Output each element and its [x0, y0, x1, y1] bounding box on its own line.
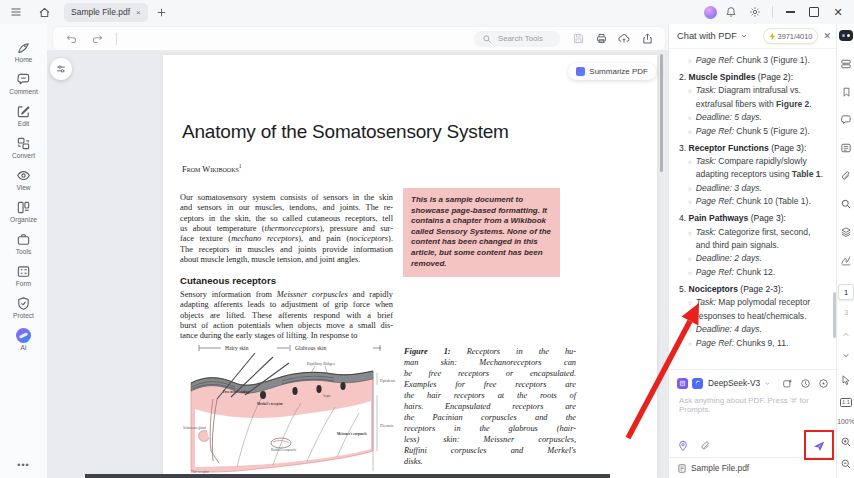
tab-close-icon[interactable]: ×: [136, 8, 141, 17]
settings-button[interactable]: [745, 3, 765, 21]
chat-task-bullet: ○Page Ref: Chunks 9, 11.: [679, 337, 827, 350]
new-chat-icon[interactable]: [782, 378, 793, 389]
save-button[interactable]: [568, 30, 588, 48]
sidebar-item-label: View: [16, 184, 30, 191]
search-tools-input[interactable]: [496, 33, 552, 44]
attachments-button[interactable]: [837, 170, 854, 182]
home-tab-button[interactable]: [34, 3, 54, 21]
sidebar-item-comment[interactable]: Comment: [3, 68, 45, 98]
chat-task-item: 4. Pain Pathways (Page 3):○Task: Categor…: [679, 212, 827, 279]
app-window: Sample File.pdf × ✕ Home Commen: [0, 0, 854, 478]
rocket-icon: [16, 40, 31, 55]
chevron-down-icon[interactable]: [740, 32, 748, 40]
search-icon: [482, 34, 492, 44]
comments-panel-button[interactable]: [837, 114, 854, 126]
sidebar-item-label: Protect: [13, 312, 34, 319]
signature-button[interactable]: [837, 254, 854, 266]
sidebar-item-form[interactable]: Form: [3, 260, 45, 290]
zoom-in-button[interactable]: [837, 436, 854, 448]
search-tools-box[interactable]: [474, 31, 560, 47]
credits-count: 3971/4010: [778, 32, 813, 41]
chat-mode-selector[interactable]: Chat with PDF: [677, 31, 737, 41]
notifications-button[interactable]: [721, 3, 741, 21]
figure-label-meissner: Meissner's corpuscle: [337, 432, 368, 436]
view-settings-button[interactable]: [50, 58, 72, 80]
summarize-pdf-label: Summarize PDF: [589, 67, 648, 76]
pointer-tool-button[interactable]: [837, 374, 854, 386]
ai-sparkle-icon: [16, 328, 31, 343]
send-plane-icon: [812, 439, 826, 453]
summary-mode-icon[interactable]: [677, 378, 688, 389]
new-tab-button[interactable]: [152, 3, 172, 21]
organize-pages-icon: [16, 200, 31, 215]
doc-paragraph-1: Our somatosensory system consists of sen…: [180, 193, 393, 265]
main-menu-button[interactable]: [6, 3, 26, 21]
chat-input[interactable]: [677, 394, 833, 428]
doc-title: Anatomy of the Somatosensory System: [182, 121, 509, 143]
chat-task-bullet: ○Task: Diagram intrafusal vs. extrafusal…: [679, 84, 827, 111]
user-avatar[interactable]: [704, 6, 717, 19]
document-scrollbar[interactable]: [660, 54, 663, 172]
figure-label-hairy-skin: Hairy skin: [225, 345, 249, 351]
focus-target-icon[interactable]: [818, 378, 829, 389]
close-button[interactable]: ✕: [828, 3, 848, 21]
form-fields-button[interactable]: [837, 142, 854, 154]
redo-button[interactable]: [87, 30, 107, 48]
figure-label-glabrous-skin: Glabrous skin: [295, 345, 326, 351]
sidebar-item-edit[interactable]: Edit: [3, 100, 45, 130]
deepseek-logo-icon[interactable]: [692, 378, 703, 389]
minimize-button[interactable]: [780, 3, 800, 21]
layers-button[interactable]: [837, 226, 854, 238]
search-panel-button[interactable]: [837, 198, 854, 210]
bookmarks-button[interactable]: [837, 86, 854, 98]
actual-size-button[interactable]: 1:1: [837, 398, 854, 407]
attachment-icon[interactable]: [699, 440, 712, 452]
signature-pen-icon: [840, 254, 852, 266]
send-button[interactable]: [809, 436, 829, 456]
page-number-box[interactable]: 1: [837, 284, 854, 300]
cursor-pointer-icon: [840, 374, 852, 386]
save-icon: [572, 32, 585, 45]
credits-badge[interactable]: 3971/4010: [763, 28, 819, 44]
share-button[interactable]: [637, 30, 657, 48]
sidebar-more-button[interactable]: •••: [17, 460, 29, 470]
print-button[interactable]: [591, 30, 611, 48]
document-tab[interactable]: Sample File.pdf ×: [64, 3, 148, 22]
chat-close-icon[interactable]: ✕: [823, 31, 831, 41]
sidebar-item-view[interactable]: View: [3, 164, 45, 194]
sidebar-item-ai[interactable]: AI: [3, 324, 45, 354]
bell-icon: [725, 6, 737, 18]
doc-section-heading: Cutaneous receptors: [180, 275, 276, 286]
previous-page-button[interactable]: [837, 330, 854, 339]
context-file-bar[interactable]: Sample File.pdf: [669, 457, 837, 478]
undo-button[interactable]: [61, 30, 81, 48]
next-page-button[interactable]: [837, 351, 854, 360]
form-list-icon: [840, 142, 852, 154]
history-clock-icon[interactable]: [800, 378, 811, 389]
taskbar-edge: [85, 474, 610, 478]
chevron-down-icon: [841, 351, 851, 360]
chevron-up-icon: [841, 330, 851, 339]
chat-task-bullet: ○Deadline: 5 days.: [679, 111, 827, 124]
maximize-button[interactable]: [804, 3, 824, 21]
summarize-pdf-button[interactable]: Summarize PDF: [568, 63, 656, 80]
hamburger-icon: [10, 6, 22, 18]
sidebar-item-convert[interactable]: Convert: [3, 132, 45, 162]
doc-paragraph-2: Sensory information from Meissner corpus…: [180, 290, 393, 342]
model-selector[interactable]: DeepSeek-V3: [708, 378, 760, 388]
sidebar-item-home[interactable]: Home: [3, 36, 45, 66]
sidebar-item-tools[interactable]: Tools: [3, 228, 45, 258]
zoom-level-label[interactable]: 100%: [837, 418, 854, 425]
cloud-upload-button[interactable]: [614, 30, 634, 48]
stacked-panels-icon: [840, 58, 852, 70]
chat-with-pdf-panel: Chat with PDF 3971/4010 ✕ ○Page Ref: Chu…: [668, 24, 837, 478]
chevron-down-icon[interactable]: [764, 380, 771, 387]
sidebar-item-organize[interactable]: Organize: [3, 196, 45, 226]
location-pin-icon[interactable]: [677, 440, 689, 452]
zoom-out-button[interactable]: [837, 458, 854, 470]
panel-layout-button[interactable]: [837, 58, 854, 70]
printer-icon: [595, 32, 608, 45]
chat-task-item: 5. Nociceptors (Page 2-3):○Task: Map pol…: [679, 283, 827, 350]
ai-assistant-button[interactable]: [837, 30, 854, 41]
sidebar-item-protect[interactable]: Protect: [3, 292, 45, 322]
